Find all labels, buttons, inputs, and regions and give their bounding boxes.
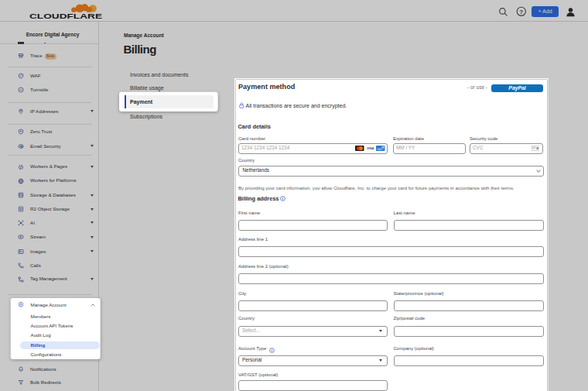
svg-text:CLOUDFLARE: CLOUDFLARE: [29, 13, 103, 20]
svg-text:?: ?: [519, 9, 523, 15]
svg-text:VISA: VISA: [367, 147, 374, 150]
